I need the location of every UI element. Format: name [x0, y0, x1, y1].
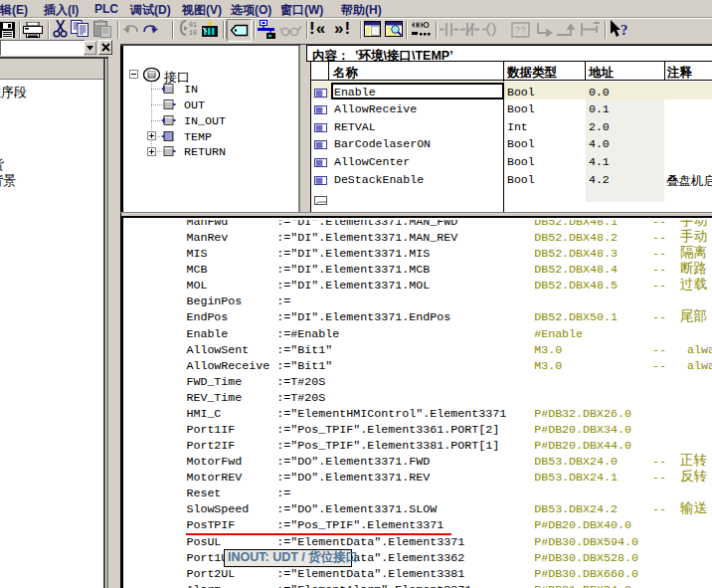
- svg-text:01: 01: [189, 22, 197, 29]
- svg-text:?: ?: [621, 22, 628, 38]
- svg-text:10: 10: [189, 30, 197, 37]
- svg-text:??: ??: [515, 26, 526, 36]
